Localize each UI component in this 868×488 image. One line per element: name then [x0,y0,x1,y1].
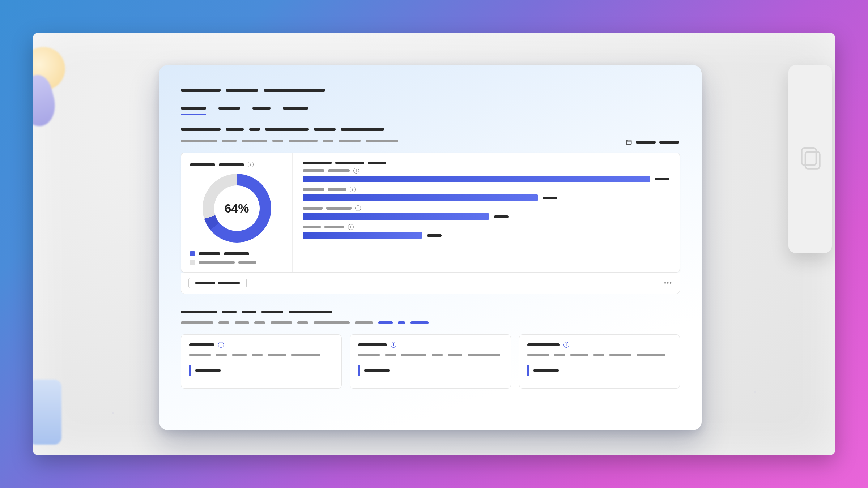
info-icon[interactable]: i [353,168,359,174]
donut-percent-label: 64% [224,201,249,215]
tab-bar [181,105,680,115]
bar-value [543,194,557,201]
dashboard-window: i 64% [159,65,702,430]
legend-item [190,251,284,256]
small-card-row: i i [181,334,680,389]
svg-rect-2 [626,140,631,145]
metrics-card: i 64% [181,153,680,273]
bar-fill [303,194,538,201]
learn-more-link[interactable] [378,319,429,325]
donut-title: i [190,162,284,167]
calendar-icon [626,139,632,145]
bar-fill [303,176,650,182]
svg-rect-0 [802,148,816,165]
bar-row: i [303,205,669,220]
info-icon[interactable]: i [350,187,356,192]
small-card[interactable]: i [181,334,342,389]
info-icon[interactable]: i [355,205,361,211]
bars-panel: i i [293,153,680,272]
small-card[interactable]: i [350,334,511,389]
bar-fill [303,213,489,220]
trend-indicator [358,365,502,376]
donut-legend [190,251,284,265]
section-title [181,126,680,132]
svg-rect-1 [805,152,820,169]
tab-3[interactable] [252,105,271,115]
info-icon[interactable]: i [248,162,254,167]
copy-stack-icon [796,145,825,174]
bar-row: i [303,187,669,201]
bar-value [427,232,442,239]
bar-fill [303,232,422,239]
breadcrumb [181,87,680,93]
lower-section-title [181,308,680,315]
legend-item [190,260,284,265]
scene-background: i 64% [33,33,835,455]
bar-value [494,213,509,220]
bar-row: i [303,224,669,239]
more-menu-icon[interactable]: ••• [664,280,672,286]
date-range-picker[interactable] [625,137,680,147]
info-icon[interactable]: i [218,342,224,348]
bars-title [303,162,669,164]
bar-value [655,176,669,182]
footer-action-button[interactable] [188,278,247,288]
donut-chart: 64% [203,174,271,243]
info-icon[interactable]: i [348,224,354,230]
decorative-blob [33,380,61,445]
trend-indicator [527,365,672,376]
lower-section-subtitle [181,319,680,326]
tab-2[interactable] [218,105,240,115]
side-card-peek [788,65,832,253]
tab-4[interactable] [283,105,308,115]
donut-panel: i 64% [181,153,293,272]
legend-swatch [190,260,195,265]
small-card[interactable]: i [519,334,680,389]
info-icon[interactable]: i [391,342,396,348]
trend-indicator [189,365,333,376]
info-icon[interactable]: i [563,342,569,348]
tab-1[interactable] [181,105,206,115]
section-subtitle [181,137,398,144]
metrics-card-footer: ••• [181,273,680,294]
legend-swatch [190,251,195,256]
bar-row: i [303,168,669,182]
